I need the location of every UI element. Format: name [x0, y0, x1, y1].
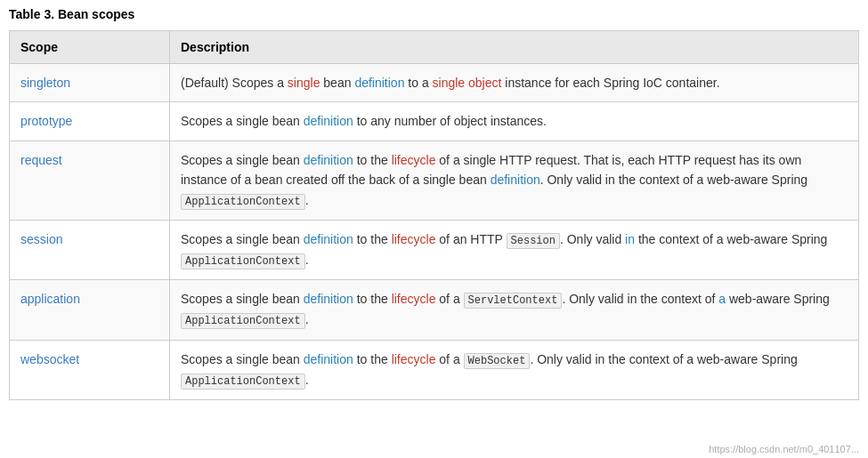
scope-link[interactable]: websocket — [20, 352, 79, 366]
bean-scopes-table: Scope Description singleton(Default) Sco… — [9, 30, 859, 400]
table-header-row: Scope Description — [10, 31, 859, 64]
desc-text: Scopes a single bean — [181, 114, 304, 128]
desc-text: Scopes a single bean — [181, 153, 304, 167]
code-inline: ApplicationContext — [181, 253, 305, 269]
desc-text: single object — [433, 76, 502, 90]
desc-text: to the — [353, 153, 392, 167]
page-wrapper: Table 3. Bean scopes Scope Description s… — [0, 0, 868, 458]
desc-text: definition — [304, 232, 353, 246]
desc-text: lifecycle — [392, 232, 436, 246]
desc-text: . Only valid in the context of a web-awa… — [540, 173, 807, 187]
description-cell: Scopes a single bean definition to the l… — [170, 340, 859, 399]
table-row: singleton(Default) Scopes a single bean … — [10, 64, 859, 102]
desc-text: definition — [304, 153, 353, 167]
desc-text: of an HTTP — [435, 232, 506, 246]
desc-text: definition — [304, 352, 353, 366]
desc-text: . Only valid in the context of — [562, 292, 718, 306]
scope-link[interactable]: prototype — [20, 114, 72, 128]
desc-text: . — [305, 253, 309, 267]
description-cell: Scopes a single bean definition to the l… — [170, 220, 859, 279]
description-cell: Scopes a single bean definition to the l… — [170, 280, 859, 340]
table-row: sessionScopes a single bean definition t… — [10, 220, 859, 279]
desc-text: definition — [491, 173, 540, 187]
description-cell: Scopes a single bean definition to any n… — [170, 102, 859, 141]
desc-text: Scopes a single bean — [181, 352, 304, 366]
desc-text: . — [305, 312, 309, 326]
code-inline: Session — [507, 233, 560, 249]
table-row: websocketScopes a single bean definition… — [10, 340, 859, 399]
scope-link[interactable]: singleton — [20, 76, 70, 90]
desc-text: lifecycle — [392, 153, 436, 167]
desc-text: definition — [354, 76, 404, 90]
description-cell: Scopes a single bean definition to the l… — [170, 141, 859, 220]
desc-text: single — [288, 76, 320, 90]
description-column-header: Description — [170, 31, 859, 64]
table-body: singleton(Default) Scopes a single bean … — [10, 64, 859, 400]
desc-text: to any number of object instances. — [353, 114, 547, 128]
desc-text: to the — [353, 232, 392, 246]
desc-text: . — [305, 373, 309, 387]
table-row: applicationScopes a single bean definiti… — [10, 280, 859, 340]
footer-url: https://blog.csdn.net/m0_401107... — [709, 444, 859, 454]
table-row: prototypeScopes a single bean definition… — [10, 102, 859, 141]
scope-link[interactable]: session — [20, 232, 62, 246]
desc-text: to the — [353, 352, 392, 366]
code-inline: WebSocket — [464, 353, 531, 369]
table-row: requestScopes a single bean definition t… — [10, 141, 859, 220]
desc-text: of a — [435, 352, 463, 366]
desc-text: bean — [320, 76, 354, 90]
desc-text: . Only valid in the context of a web-awa… — [530, 352, 797, 366]
desc-text: (Default) Scopes a — [181, 76, 288, 90]
code-inline: ApplicationContext — [181, 374, 305, 390]
desc-text: a — [718, 292, 726, 306]
desc-text: Scopes a single bean — [181, 232, 304, 246]
description-cell: (Default) Scopes a single bean definitio… — [170, 64, 859, 102]
code-inline: ApplicationContext — [181, 313, 305, 329]
table-title: Table 3. Bean scopes — [9, 7, 859, 21]
desc-text: lifecycle — [392, 292, 436, 306]
desc-text: of a — [435, 292, 463, 306]
scope-link[interactable]: application — [20, 292, 80, 306]
desc-text: . — [305, 193, 309, 207]
desc-text: in — [625, 232, 635, 246]
scope-link[interactable]: request — [20, 153, 62, 167]
desc-text: Scopes a single bean — [181, 292, 304, 306]
code-inline: ApplicationContext — [181, 194, 305, 210]
code-inline: ServletContext — [464, 293, 563, 309]
desc-text: to a — [404, 76, 432, 90]
desc-text: definition — [304, 292, 353, 306]
desc-text: instance for each Spring IoC container. — [501, 76, 719, 90]
desc-text: to the — [353, 292, 392, 306]
desc-text: the context of a web-aware Spring — [635, 232, 827, 246]
desc-text: definition — [304, 114, 353, 128]
desc-text: . Only valid — [560, 232, 625, 246]
scope-column-header: Scope — [10, 31, 170, 64]
desc-text: lifecycle — [392, 352, 436, 366]
desc-text: web-aware Spring — [726, 292, 830, 306]
